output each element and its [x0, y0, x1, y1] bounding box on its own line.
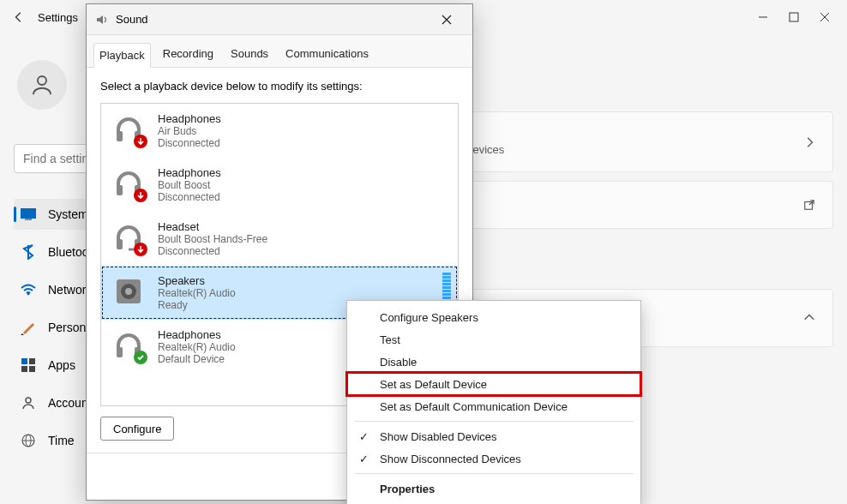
svg-rect-7	[29, 358, 35, 364]
svg-rect-24	[117, 347, 123, 357]
open-icon	[803, 199, 815, 211]
menu-show-disconnected[interactable]: ✓Show Disconnected Devices	[347, 447, 640, 470]
svg-rect-17	[117, 185, 123, 195]
nav-label: Apps	[48, 358, 75, 372]
back-button[interactable]	[7, 5, 31, 29]
device-name: Headphones	[158, 328, 236, 341]
device-sub: Boult Boost	[158, 179, 221, 191]
device-status: Disconnected	[158, 137, 221, 149]
dialog-close-button[interactable]	[430, 8, 464, 32]
chevron-up-icon	[803, 312, 815, 324]
menu-disable[interactable]: Disable	[347, 351, 640, 373]
menu-set-default-device[interactable]: Set as Default Device	[347, 373, 640, 395]
instruction-text: Select a playback device below to modify…	[100, 80, 459, 93]
menu-properties[interactable]: Properties	[347, 477, 640, 500]
device-name: Headphones	[158, 112, 221, 125]
tab-playback[interactable]: Playback	[93, 43, 151, 68]
headset-icon	[111, 220, 146, 255]
device-row[interactable]: HeadsetBoult Boost Hands-FreeDisconnecte…	[101, 212, 458, 266]
svg-rect-3	[21, 208, 36, 219]
svg-rect-9	[29, 366, 35, 372]
device-sub: Realtek(R) Audio	[158, 341, 236, 353]
dialog-titlebar[interactable]: Sound	[87, 4, 472, 35]
headphones-icon	[111, 166, 146, 201]
globe-icon	[21, 433, 36, 448]
tab-communications[interactable]: Communications	[280, 42, 374, 67]
dialog-title: Sound	[116, 13, 430, 26]
chevron-right-icon	[803, 136, 815, 148]
device-name: Speakers	[158, 274, 236, 287]
headphones-icon	[111, 328, 146, 363]
menu-show-disabled[interactable]: ✓Show Disabled Devices	[347, 425, 640, 447]
nav-label: System	[48, 207, 88, 221]
system-icon	[21, 207, 36, 222]
app-title: Settings	[38, 11, 78, 24]
svg-rect-15	[117, 131, 123, 141]
svg-rect-19	[117, 239, 123, 249]
sound-icon	[95, 13, 109, 27]
context-menu: Configure Speakers Test Disable Set as D…	[346, 300, 641, 504]
device-status: Ready	[158, 299, 236, 311]
maximize-button[interactable]	[789, 12, 799, 22]
svg-rect-6	[21, 358, 27, 364]
wifi-icon	[21, 282, 36, 297]
svg-rect-8	[21, 366, 27, 372]
svg-point-23	[125, 288, 132, 295]
device-name: Headset	[158, 220, 267, 233]
headphones-icon	[111, 112, 146, 147]
svg-point-2	[38, 76, 46, 85]
avatar[interactable]	[17, 60, 67, 110]
svg-rect-1	[790, 13, 798, 21]
device-sub: Realtek(R) Audio	[158, 287, 236, 299]
svg-rect-4	[25, 219, 32, 220]
menu-test[interactable]: Test	[347, 328, 640, 351]
menu-set-default-comm[interactable]: Set as Default Communication Device	[347, 395, 640, 417]
apps-icon	[21, 357, 36, 373]
svg-point-5	[27, 293, 30, 296]
configure-button[interactable]: Configure	[100, 417, 174, 441]
person-icon	[21, 395, 36, 411]
device-status: Disconnected	[158, 245, 267, 257]
bluetooth-icon	[21, 244, 36, 260]
device-sub: Air Buds	[158, 125, 221, 137]
brush-icon	[21, 320, 36, 335]
menu-configure-speakers[interactable]: Configure Speakers	[347, 306, 640, 328]
menu-separator	[354, 473, 634, 474]
device-row[interactable]: HeadphonesAir BudsDisconnected	[101, 104, 458, 158]
tab-recording[interactable]: Recording	[158, 42, 219, 67]
tab-sounds[interactable]: Sounds	[225, 42, 273, 67]
device-row[interactable]: HeadphonesBoult BoostDisconnected	[101, 158, 458, 212]
menu-separator	[354, 421, 634, 422]
device-sub: Boult Boost Hands-Free	[158, 233, 267, 245]
device-name: Headphones	[158, 166, 221, 179]
speaker-icon	[111, 274, 146, 309]
svg-point-10	[26, 398, 31, 403]
minimize-button[interactable]	[758, 12, 768, 22]
close-button[interactable]	[820, 12, 830, 22]
device-status: Disconnected	[158, 191, 221, 203]
device-status: Default Device	[158, 353, 236, 365]
nav-label: Time	[48, 434, 75, 447]
tab-strip: Playback Recording Sounds Communications	[87, 35, 472, 68]
